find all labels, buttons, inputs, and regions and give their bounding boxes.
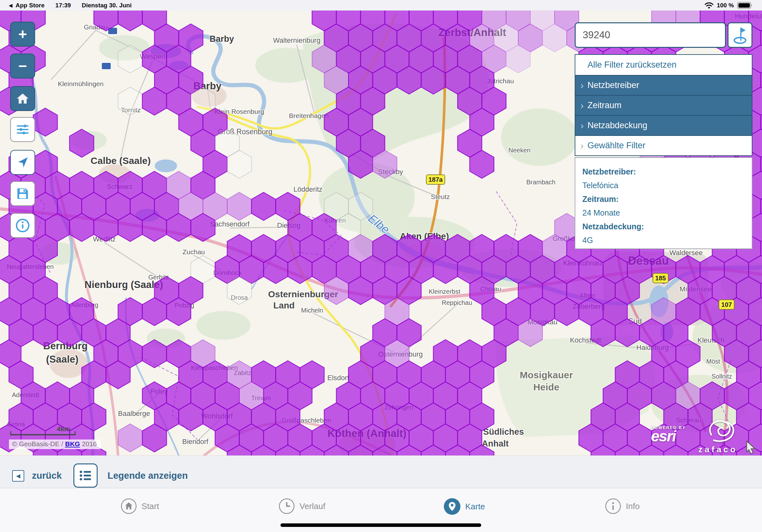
back-to-app[interactable]: ◀ App Store 17:39 Dienstag 30. Juni xyxy=(9,2,131,9)
map-label: Nienburg (Saale) xyxy=(85,279,163,290)
road-shield: 107 xyxy=(719,300,734,309)
reset-filters-label: Alle Filter zurücksetzen xyxy=(587,60,676,70)
filter-group-netzabdeckung[interactable]: › Netzabdeckung xyxy=(575,116,752,136)
back-to-app-icon: ◀ xyxy=(9,3,12,8)
map-label: Biendorf xyxy=(182,437,209,445)
sliders-icon xyxy=(15,122,30,137)
map-label: Waldersee xyxy=(669,249,703,257)
filter-group-zeitraum[interactable]: › Zeitraum xyxy=(575,96,752,116)
map-label: Land xyxy=(273,300,295,310)
map-label: Elsdorf xyxy=(327,374,349,382)
map-label: Heide xyxy=(533,382,559,392)
reset-filters-button[interactable]: Alle Filter zurücksetzen xyxy=(575,54,752,76)
filter-settings-button[interactable] xyxy=(10,117,35,142)
summary-label: Netzbetreiber: xyxy=(582,165,752,179)
map-label: Sollnitz xyxy=(712,373,732,380)
back-button-label[interactable]: zurück xyxy=(32,470,62,481)
wifi-icon xyxy=(705,2,714,9)
map-label: Barby xyxy=(210,34,234,44)
zoom-in-button[interactable]: + xyxy=(10,22,35,46)
filter-group-label: Netzbetreiber xyxy=(587,80,639,90)
tab-label: Karte xyxy=(465,502,485,511)
set-marker-button[interactable] xyxy=(727,22,752,48)
map-label: (Saale) xyxy=(46,354,79,365)
map-scale-label: 4km xyxy=(57,425,70,433)
coverage-map[interactable]: GnadauBarbyWalternienburgZerbst/AnhaltHu… xyxy=(0,11,762,455)
map-label: Zuchau xyxy=(183,248,205,255)
home-extent-button[interactable] xyxy=(10,86,35,111)
svg-text:187a: 187a xyxy=(428,176,443,183)
esri-logo: POWERED BY esri xyxy=(651,425,686,443)
plz-search-input[interactable] xyxy=(575,22,726,48)
status-date: Dienstag 30. Juni xyxy=(82,2,131,9)
legend-button[interactable] xyxy=(73,463,98,488)
tab-karte[interactable]: Karte xyxy=(443,498,485,515)
list-icon xyxy=(78,468,93,483)
back-button[interactable]: ◀ xyxy=(12,470,24,482)
tab-info[interactable]: Info xyxy=(605,498,640,514)
filter-group-netzbetreiber[interactable]: › Netzbetreiber xyxy=(575,76,752,96)
filter-group-label: Netzabdeckung xyxy=(587,120,648,130)
summary-value: 24 Monate xyxy=(582,206,752,220)
tab-start[interactable]: Start xyxy=(120,498,159,514)
legend-button-label[interactable]: Legende anzeigen xyxy=(108,470,188,481)
battery-icon xyxy=(737,2,753,9)
selected-filters-label: Gewählte Filter xyxy=(587,141,646,151)
cursor-arrow-icon xyxy=(745,440,758,454)
bottom-toolbar: ◀ zurück Legende anzeigen xyxy=(0,455,762,488)
summary-value: Telefónica xyxy=(582,179,752,192)
locate-button[interactable] xyxy=(10,150,35,175)
tab-label: Info xyxy=(626,501,640,511)
map-label: Lödderitz xyxy=(294,185,323,193)
map-label: Neeken xyxy=(509,147,531,154)
svg-text:185: 185 xyxy=(655,275,666,282)
summary-label: Zeitraum: xyxy=(582,192,752,206)
home-icon xyxy=(16,92,29,105)
zafaco-swirl-icon xyxy=(694,418,742,445)
floppy-disk-icon xyxy=(16,187,30,201)
map-label: Baalberge xyxy=(118,410,150,418)
map-label: Kleinmühlingen xyxy=(58,80,104,87)
info-button[interactable] xyxy=(10,213,35,238)
map-label: Südliches xyxy=(483,427,524,436)
map-label: Möst xyxy=(706,358,720,365)
map-label: Micheln xyxy=(301,307,323,314)
road-shield: 185 xyxy=(653,273,668,283)
flag-icon xyxy=(732,26,748,44)
chevron-right-icon: › xyxy=(580,100,584,111)
battery-percent: 100 % xyxy=(717,2,734,9)
chevron-right-icon: › xyxy=(580,80,584,91)
map-label: Walternienburg xyxy=(273,36,320,44)
location-arrow-icon xyxy=(16,156,29,169)
selected-filters-summary: Netzbetreiber: Telefónica Zeitraum: 24 M… xyxy=(575,157,752,249)
filter-panel: Alle Filter zurücksetzen › Netzbetreiber… xyxy=(575,54,752,249)
tab-verlauf[interactable]: Verlauf xyxy=(278,498,326,514)
chevron-right-icon: › xyxy=(580,140,584,151)
home-indicator[interactable] xyxy=(280,523,481,527)
map-label: Steutz xyxy=(431,193,450,200)
zafaco-logo: zafaco xyxy=(694,418,742,454)
home-tab-icon xyxy=(120,498,137,514)
esri-brand: esri xyxy=(651,430,686,443)
tab-label: Start xyxy=(142,501,159,511)
map-label: Sachsendorf xyxy=(210,220,250,228)
road-shield: 187a xyxy=(426,175,445,184)
save-button[interactable] xyxy=(10,181,35,206)
attribution-text: © GeoBasis-DE / xyxy=(12,440,65,447)
bkg-link[interactable]: BKG xyxy=(65,440,80,447)
history-clock-icon xyxy=(278,498,295,514)
map-label: Reppichau xyxy=(442,299,472,306)
status-bar: ◀ App Store 17:39 Dienstag 30. Juni 100 … xyxy=(0,0,762,11)
summary-label: Netzabdeckung: xyxy=(582,220,752,233)
zoom-out-button[interactable]: − xyxy=(10,54,35,79)
map-attribution: © GeoBasis-DE / BKG 2016 xyxy=(9,439,101,449)
status-time: 17:39 xyxy=(55,2,71,9)
map-label: Calbe (Saale) xyxy=(91,155,151,166)
map-label: Mosigkauer xyxy=(520,370,573,380)
map-label: Kleinzerbst xyxy=(429,288,460,295)
back-to-app-label: App Store xyxy=(16,2,45,9)
map-label: Brambach xyxy=(526,179,555,186)
selected-filters-header[interactable]: › Gewählte Filter xyxy=(575,136,752,156)
chevron-right-icon: › xyxy=(580,120,584,131)
zafaco-brand: zafaco xyxy=(694,445,742,454)
